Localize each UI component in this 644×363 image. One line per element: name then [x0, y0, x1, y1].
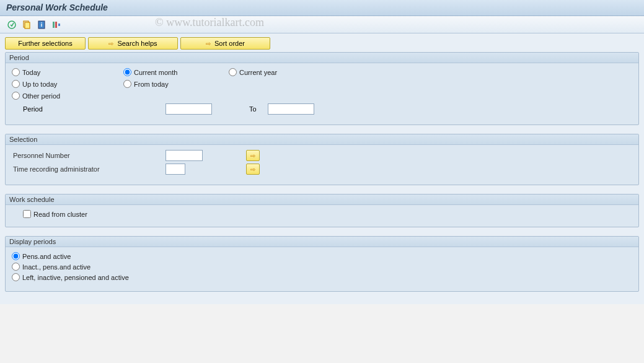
page-title: Personal Work Schedule — [6, 2, 638, 12]
period-to-input[interactable] — [268, 103, 314, 115]
work-schedule-group-title: Work schedule — [6, 195, 638, 205]
read-from-cluster-checkbox[interactable]: Read from cluster — [23, 210, 87, 218]
radio-current-month-label: Current month — [134, 69, 177, 76]
svg-rect-6 — [55, 22, 57, 28]
radio-pens-active-label: Pens.and active — [22, 253, 71, 260]
arrow-right-icon: ⇨ — [206, 40, 211, 47]
time-admin-input[interactable] — [165, 164, 185, 175]
search-helps-button[interactable]: ⇨Search helps — [88, 37, 178, 50]
variant-icon[interactable] — [21, 19, 32, 30]
personnel-number-input[interactable] — [165, 150, 203, 161]
info-icon[interactable]: i — [36, 19, 47, 30]
svg-text:i: i — [41, 22, 43, 28]
radio-current-month[interactable]: Current month — [123, 68, 177, 76]
radio-left-inactive[interactable]: Left, inactive, pensioned and active — [12, 273, 129, 281]
arrow-right-icon: ⇨ — [250, 166, 255, 173]
display-periods-group: Display periods Pens.and active Inact., … — [5, 236, 639, 292]
personnel-number-multi-button[interactable]: ⇨ — [246, 150, 260, 161]
period-field-label: Period — [23, 105, 165, 113]
content-area: Further selections ⇨Search helps ⇨Sort o… — [0, 33, 644, 304]
sort-order-button[interactable]: ⇨Sort order — [180, 37, 270, 50]
svg-rect-5 — [53, 22, 55, 28]
selection-button-row: Further selections ⇨Search helps ⇨Sort o… — [5, 37, 639, 50]
radio-other-period-label: Other period — [22, 92, 60, 100]
execute-icon[interactable] — [6, 19, 17, 30]
personnel-number-label: Personnel Number — [12, 152, 165, 159]
radio-left-inactive-label: Left, inactive, pensioned and active — [22, 274, 129, 281]
period-group: Period Today Current month Current year … — [5, 52, 639, 125]
radio-today[interactable]: Today — [12, 68, 40, 76]
time-admin-label: Time recording administrator — [12, 165, 165, 173]
further-selections-button[interactable]: Further selections — [5, 37, 86, 50]
period-from-input[interactable] — [165, 103, 212, 115]
search-helps-label: Search helps — [117, 40, 157, 47]
radio-up-to-today[interactable]: Up to today — [12, 80, 57, 88]
radio-inact-pens-active-label: Inact., pens.and active — [22, 263, 90, 271]
display-periods-group-title: Display periods — [6, 237, 638, 247]
svg-rect-2 — [25, 22, 30, 28]
radio-pens-active[interactable]: Pens.and active — [12, 252, 71, 260]
radio-current-year[interactable]: Current year — [229, 68, 277, 76]
read-from-cluster-label: Read from cluster — [33, 211, 87, 218]
time-admin-multi-button[interactable]: ⇨ — [246, 164, 260, 175]
radio-up-to-today-label: Up to today — [22, 81, 57, 88]
selection-group-title: Selection — [6, 134, 638, 145]
radio-inact-pens-active[interactable]: Inact., pens.and active — [12, 263, 90, 271]
arrow-right-icon: ⇨ — [250, 152, 255, 159]
work-schedule-group: Work schedule Read from cluster — [5, 194, 639, 227]
selection-group: Selection Personnel Number ⇨ Time record… — [5, 134, 639, 185]
radio-from-today-label: From today — [134, 81, 169, 88]
radio-from-today[interactable]: From today — [123, 80, 169, 88]
app-toolbar: i — [0, 16, 644, 33]
radio-today-label: Today — [22, 69, 40, 76]
radio-current-year-label: Current year — [239, 69, 277, 76]
period-to-label: To — [249, 105, 257, 113]
structure-icon[interactable] — [51, 19, 62, 30]
svg-rect-7 — [58, 24, 60, 26]
title-bar: Personal Work Schedule — [0, 0, 644, 16]
sort-order-label: Sort order — [214, 40, 245, 47]
period-group-title: Period — [6, 53, 638, 63]
svg-point-0 — [8, 21, 15, 28]
arrow-right-icon: ⇨ — [108, 40, 113, 47]
radio-other-period[interactable]: Other period — [12, 92, 60, 100]
